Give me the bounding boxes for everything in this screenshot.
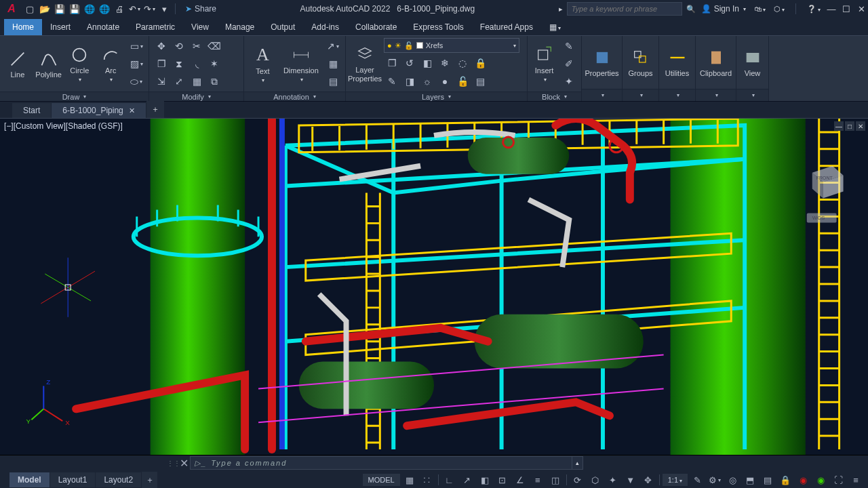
tab-model[interactable]: Model	[9, 472, 50, 487]
filter-icon[interactable]: ▼	[623, 473, 639, 487]
tab-featuredapps[interactable]: Featured Apps	[472, 19, 541, 35]
osnap-icon[interactable]: ⊡	[494, 473, 511, 487]
layerthaw-icon[interactable]: ☼	[419, 73, 435, 89]
panel-utilities-expand[interactable]: ▾	[659, 89, 695, 101]
viewport-label[interactable]: [−][Custom View][Shaded (GSF)]	[4, 121, 123, 131]
edit-block-icon[interactable]: ✐	[561, 56, 577, 72]
layeroff-icon[interactable]: ◌	[454, 55, 471, 71]
panel-view-expand[interactable]: ▾	[736, 89, 768, 101]
redo-icon[interactable]: ↷▾	[142, 2, 156, 16]
offset-icon[interactable]: ⧉	[206, 73, 222, 89]
create-block-icon[interactable]: ✎	[561, 38, 577, 54]
tab-annotate[interactable]: Annotate	[79, 19, 127, 35]
saveas-icon[interactable]: 💾	[68, 2, 81, 16]
annoscale-icon[interactable]: ✎	[689, 473, 705, 487]
web-save-icon[interactable]: 🌐	[98, 2, 111, 16]
tab-home[interactable]: Home	[4, 19, 42, 35]
undo-icon[interactable]: ↶▾	[127, 2, 141, 16]
layeriso-icon[interactable]: ◧	[419, 55, 435, 71]
annomonitor-icon[interactable]: ◎	[724, 473, 741, 487]
move-icon[interactable]: ✥	[153, 38, 170, 54]
layerwalk-icon[interactable]: ▤	[472, 73, 488, 89]
quickprops-icon[interactable]: ▤	[760, 473, 776, 487]
mirror-icon[interactable]: ⧗	[171, 56, 187, 72]
polyline-button[interactable]: Polyline	[35, 39, 62, 88]
view-button[interactable]: View	[741, 38, 764, 87]
a360-icon[interactable]: ⬡▾	[774, 5, 785, 14]
new-tab-icon[interactable]: ＋	[146, 101, 164, 118]
status-scale[interactable]: 1:1▾	[663, 474, 688, 486]
layeron-icon[interactable]: ●	[437, 73, 453, 89]
customize-icon[interactable]: ≡	[848, 473, 864, 487]
utilities-button[interactable]: Utilities	[663, 38, 691, 87]
ortho-icon[interactable]: ∟	[441, 473, 458, 487]
command-input[interactable]: ▷_ Type a command	[190, 456, 572, 470]
vp-close-icon[interactable]: ✕	[856, 121, 865, 131]
polar-icon[interactable]: ↗	[459, 473, 475, 487]
cycling-icon[interactable]: ⟳	[570, 473, 586, 487]
isodraft-icon[interactable]: ◧	[477, 473, 493, 487]
viewport[interactable]: [−][Custom View][Shaded (GSF)] — □ ✕	[0, 118, 868, 455]
isolate-icon[interactable]: ◉	[795, 473, 811, 487]
explode-icon[interactable]: ✶	[206, 56, 222, 72]
tab-parametric[interactable]: Parametric	[127, 19, 183, 35]
search-icon[interactable]: 🔍	[686, 5, 696, 14]
gizmo-icon[interactable]: ✥	[640, 473, 656, 487]
qat-dropdown-icon[interactable]: ▾	[157, 2, 171, 16]
circle-button[interactable]: Circle▾	[66, 39, 94, 88]
autosnap-icon[interactable]: ∠	[512, 473, 528, 487]
panel-draw-label[interactable]: Draw▾	[0, 92, 149, 101]
clipboard-button[interactable]: Clipboard	[701, 38, 731, 87]
layer-properties-button[interactable]: Layer Properties	[350, 41, 380, 86]
filetab-drawing[interactable]: 6-B-1000_Piping✕	[52, 103, 146, 118]
tab-extra-icon[interactable]: ▦▾	[541, 19, 569, 35]
rotate-icon[interactable]: ⟲	[171, 38, 187, 54]
viewcube[interactable]: FRONT WCS	[807, 166, 844, 223]
arc-button[interactable]: Arc▾	[97, 39, 124, 88]
exchange-icon[interactable]: 🛍▾	[754, 5, 766, 13]
layermatch-icon[interactable]: ❐	[384, 55, 400, 71]
filetab-start[interactable]: Start	[12, 103, 52, 118]
panel-layers-label[interactable]: Layers▾	[346, 92, 527, 101]
minimize-icon[interactable]: —	[825, 2, 838, 16]
stretch-icon[interactable]: ⇲	[153, 73, 170, 89]
tab-manage[interactable]: Manage	[217, 19, 262, 35]
panel-clipboard-expand[interactable]: ▾	[696, 89, 736, 101]
drawing-canvas[interactable]: X Y Z FRONT WCS	[0, 119, 868, 455]
vp-minimize-icon[interactable]: —	[834, 121, 844, 131]
layerfreeze-icon[interactable]: ❄	[437, 55, 453, 71]
trim-icon[interactable]: ✂	[189, 38, 205, 54]
table-icon[interactable]: ▦	[325, 56, 341, 72]
units-icon[interactable]: ⬒	[742, 473, 758, 487]
layeruniso-icon[interactable]: ◨	[401, 73, 418, 89]
maximize-icon[interactable]: ☐	[840, 2, 853, 16]
signin-button[interactable]: 👤 Sign In ▾	[701, 4, 746, 14]
app-logo[interactable]: A	[4, 1, 19, 16]
hwa-icon[interactable]: ◉	[812, 473, 829, 487]
plot-icon[interactable]: 🖨	[113, 2, 126, 16]
layermake-icon[interactable]: ✎	[384, 73, 400, 89]
cmd-close-icon[interactable]: ✕	[178, 456, 190, 470]
web-open-icon[interactable]: 🌐	[83, 2, 96, 16]
tab-view[interactable]: View	[183, 19, 217, 35]
share-button[interactable]: ➤ Share	[185, 4, 216, 14]
panel-annotation-label[interactable]: Annotation▾	[244, 92, 345, 101]
panel-groups-expand[interactable]: ▾	[623, 89, 658, 101]
lockui-icon[interactable]: 🔒	[777, 473, 793, 487]
panel-properties-expand[interactable]: ▾	[582, 89, 622, 101]
layer-combo[interactable]: ●☀🔓 Xrefs ▾	[384, 38, 519, 53]
cmd-history-icon[interactable]: ▴	[572, 456, 583, 470]
edit-attr-icon[interactable]: ✦	[561, 73, 577, 89]
tab-addins[interactable]: Add-ins	[303, 19, 347, 35]
close-tab-icon[interactable]: ✕	[129, 106, 135, 115]
hatch-icon[interactable]: ▨▾	[128, 56, 144, 72]
tab-insert[interactable]: Insert	[42, 19, 79, 35]
add-layout-icon[interactable]: ＋	[142, 472, 158, 489]
ellipse-icon[interactable]: ⬭▾	[128, 73, 144, 89]
panel-block-label[interactable]: Block▾	[528, 92, 581, 101]
insert-button[interactable]: Insert▾	[532, 39, 557, 88]
erase-icon[interactable]: ⌫	[206, 38, 222, 54]
search-input[interactable]	[567, 2, 682, 16]
save-icon[interactable]: 💾	[53, 2, 66, 16]
help-icon[interactable]: ❔▾	[807, 5, 821, 14]
